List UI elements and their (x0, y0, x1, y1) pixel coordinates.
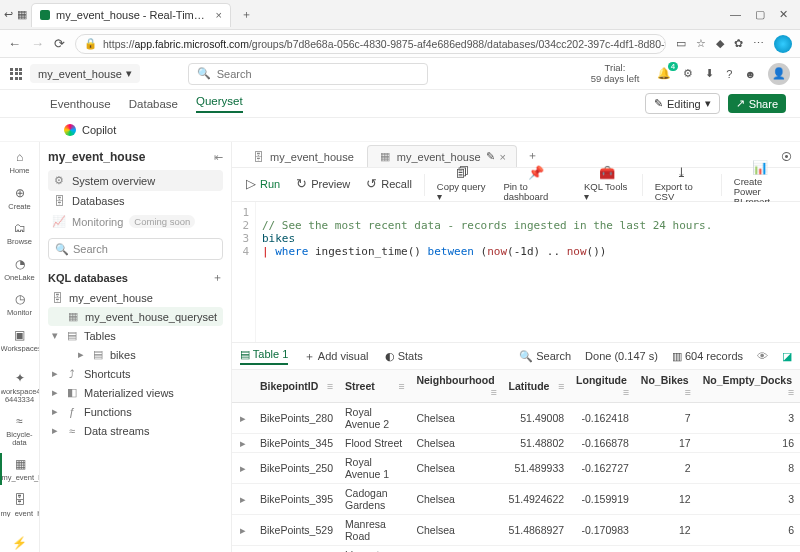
chevron-right-icon[interactable]: ▸ (76, 348, 86, 361)
code-editor[interactable]: 1234 // See the most recent data - recor… (232, 202, 800, 342)
col-neighbourhood[interactable]: Neighbourhood≡ (410, 370, 502, 403)
col-menu-icon[interactable]: ≡ (490, 386, 496, 398)
add-database-icon[interactable]: ＋ (212, 270, 223, 285)
chevron-right-icon[interactable]: ▸ (50, 386, 60, 399)
user-avatar[interactable]: 👤 (768, 63, 790, 85)
tree-queryset[interactable]: ▦my_event_house_queryset (48, 307, 223, 326)
tab-eventhouse[interactable]: Eventhouse (50, 98, 111, 110)
ext-star-icon[interactable]: ☆ (696, 37, 706, 50)
col-no-bikes[interactable]: No_Bikes≡ (635, 370, 697, 403)
chevron-right-icon[interactable]: ▸ (50, 405, 60, 418)
panel-search-input[interactable]: 🔍Search (48, 238, 223, 260)
ext-read-icon[interactable]: ▭ (676, 37, 686, 50)
chevron-right-icon[interactable]: ▸ (50, 424, 60, 437)
nav-refresh-icon[interactable]: ⟳ (54, 36, 65, 51)
tree-tables[interactable]: ▾▤Tables (48, 326, 223, 345)
download-icon[interactable]: ⬇ (705, 67, 714, 80)
nav-forward-icon[interactable]: → (31, 36, 44, 51)
browser-history-icon[interactable]: ↩ (4, 8, 13, 21)
rail-my-event-house-2[interactable]: 🗄my_event_house (0, 489, 39, 521)
preview-button[interactable]: ↻Preview (290, 175, 356, 193)
results-tab-table[interactable]: ▤ Table 1 (240, 348, 288, 365)
results-maximize-icon[interactable]: ◪ (782, 350, 792, 363)
feedback-icon[interactable]: ☻ (744, 68, 756, 80)
settings-gear-icon[interactable]: ⚙ (683, 67, 693, 80)
tree-db-my-event-house[interactable]: 🗄my_event_house (48, 289, 223, 307)
editing-mode-dropdown[interactable]: ✎ Editing ▾ (645, 93, 720, 114)
nav-system-overview[interactable]: ⚙System overview (48, 170, 223, 191)
tree-shortcuts[interactable]: ▸⤴Shortcuts (48, 364, 223, 383)
rail-monitor[interactable]: ◷Monitor (0, 288, 39, 320)
global-search-input[interactable]: 🔍 Search (188, 63, 428, 85)
col-latitude[interactable]: Latitude≡ (503, 370, 570, 403)
results-visibility-icon[interactable]: 👁 (757, 350, 768, 362)
pin-dashboard-button[interactable]: 📌Pin to dashboard (497, 164, 574, 204)
share-button[interactable]: ↗ Share (728, 94, 786, 113)
col-menu-icon[interactable]: ≡ (788, 386, 794, 398)
site-info-icon[interactable]: 🔒 (84, 37, 97, 50)
col-menu-icon[interactable]: ≡ (623, 386, 629, 398)
rail-home[interactable]: ⌂Home (0, 146, 39, 178)
expand-row-icon[interactable]: ▸ (238, 462, 248, 474)
run-button[interactable]: ▷Run (240, 175, 286, 193)
kql-tools-button[interactable]: 🧰KQL Tools ▾ (578, 164, 636, 204)
export-csv-button[interactable]: ⤓Export to CSV (649, 164, 715, 204)
col-bikepointid[interactable]: BikepointID≡ (254, 370, 339, 403)
col-no-empty-docks[interactable]: No_Empty_Docks≡ (697, 370, 800, 403)
results-grid-container[interactable]: BikepointID≡ Street≡ Neighbourhood≡ Lati… (232, 370, 800, 552)
ext-ext1-icon[interactable]: ◆ (716, 37, 724, 50)
copy-query-button[interactable]: 🗐Copy query ▾ (431, 164, 494, 204)
col-menu-icon[interactable]: ≡ (685, 386, 691, 398)
recall-button[interactable]: ↺Recall (360, 175, 418, 193)
ext-ext2-icon[interactable]: ✿ (734, 37, 743, 50)
chevron-right-icon[interactable]: ▸ (50, 367, 60, 380)
browser-tab-active[interactable]: my_event_house - Real-Time Inte… × (31, 3, 231, 27)
close-tab-icon[interactable]: × (500, 151, 506, 163)
expand-row-icon[interactable]: ▸ (238, 437, 248, 449)
expand-row-icon[interactable]: ▸ (238, 412, 248, 424)
chevron-down-icon[interactable]: ▾ (50, 329, 60, 342)
help-icon[interactable]: ? (726, 68, 732, 80)
col-menu-icon[interactable]: ≡ (398, 380, 404, 392)
rail-rti[interactable]: ⚡Real-Time Intelligence (0, 532, 39, 552)
col-menu-icon[interactable]: ≡ (327, 380, 333, 392)
pin-panel-icon[interactable]: ⇤ (214, 151, 223, 164)
rail-create[interactable]: ⊕Create (0, 182, 39, 214)
table-row[interactable]: ▸BikePoints_529Manresa RoadChelsea51.486… (232, 515, 800, 546)
tab-database[interactable]: Database (129, 98, 178, 110)
copilot-bar[interactable]: Copilot (0, 118, 800, 142)
col-menu-icon[interactable]: ≡ (558, 380, 564, 392)
tab-close-icon[interactable]: × (216, 9, 222, 21)
add-visual-button[interactable]: ＋ Add visual (304, 349, 368, 364)
tree-table-bikes[interactable]: ▸▤bikes (48, 345, 223, 364)
col-longitude[interactable]: Longitude≡ (570, 370, 635, 403)
tab-queryset[interactable]: Queryset (196, 95, 243, 113)
window-minimize-icon[interactable]: — (730, 8, 741, 21)
stats-button[interactable]: ◐ Stats (385, 350, 423, 363)
new-tab-button[interactable]: ＋ (235, 7, 258, 22)
table-row[interactable]: ▸BikePoints_345Flood StreetChelsea51.488… (232, 434, 800, 453)
col-street[interactable]: Street≡ (339, 370, 410, 403)
window-maximize-icon[interactable]: ▢ (755, 8, 765, 21)
table-row[interactable]: ▸BikePoints_250Royal Avenue 1Chelsea51.4… (232, 453, 800, 484)
rail-bicycle-data[interactable]: ≈Bicycle-data (0, 410, 39, 449)
table-row[interactable]: ▸BikePoints_395Cadogan GardensChelsea51.… (232, 484, 800, 515)
table-row[interactable]: ▸BikePoints_280Royal Avenue 2Chelsea51.4… (232, 403, 800, 434)
url-field[interactable]: 🔒 https://app.fabric.microsoft.com/group… (75, 34, 666, 54)
nav-databases[interactable]: 🗄Databases (48, 191, 223, 211)
tree-functions[interactable]: ▸ƒFunctions (48, 402, 223, 421)
editor-tab-1[interactable]: 🗄my_event_house (240, 146, 365, 167)
browser-profile-icon[interactable] (774, 35, 792, 53)
tree-data-streams[interactable]: ▸≈Data streams (48, 421, 223, 440)
rail-browse[interactable]: 🗂Browse (0, 217, 39, 249)
table-row[interactable]: ▸BikePoints_573Limerston StreetWest Chel… (232, 546, 800, 553)
ext-more-icon[interactable]: ⋯ (753, 37, 764, 50)
rail-workspaces[interactable]: ▣Workspaces (0, 324, 39, 356)
window-close-icon[interactable]: ✕ (779, 8, 788, 21)
results-search-button[interactable]: 🔍 Search (519, 350, 571, 363)
workspace-dropdown[interactable]: my_event_house ▾ (30, 64, 140, 83)
rename-icon[interactable]: ✎ (486, 150, 495, 163)
expand-row-icon[interactable]: ▸ (238, 524, 248, 536)
rail-onelake[interactable]: ◔OneLake (0, 253, 39, 285)
expand-row-icon[interactable]: ▸ (238, 493, 248, 505)
